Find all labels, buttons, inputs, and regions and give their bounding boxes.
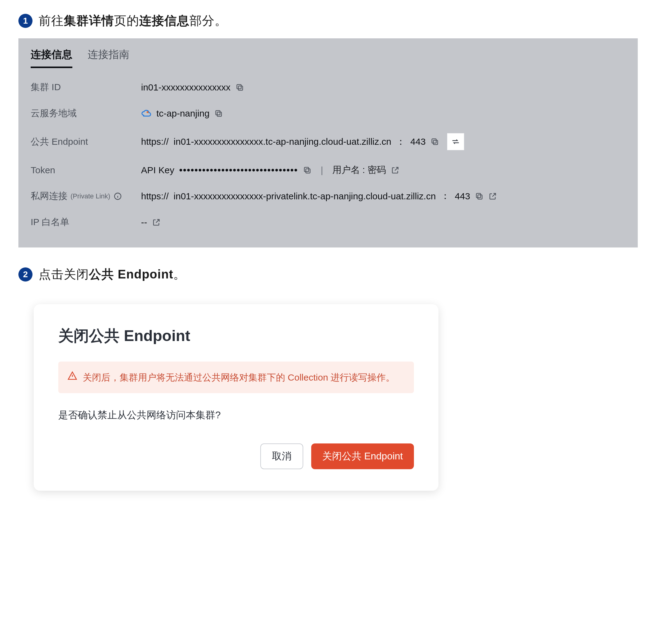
row-region: 云服务地域 tc-ap-nanjing xyxy=(31,100,626,127)
alert-text: 关闭后，集群用户将无法通过公共网络对集群下的 Collection 进行读写操作… xyxy=(83,370,395,385)
cancel-button[interactable]: 取消 xyxy=(260,443,303,469)
svg-point-2 xyxy=(146,111,148,113)
svg-rect-6 xyxy=(432,139,436,143)
endpoint-port: 443 xyxy=(410,136,426,147)
svg-rect-1 xyxy=(237,84,241,89)
svg-rect-4 xyxy=(216,110,220,115)
label-region: 云服务地域 xyxy=(31,107,141,120)
step-1-mid: 页的 xyxy=(114,14,139,27)
info-rows: 集群 ID in01-xxxxxxxxxxxxxxx 云服务地域 tc-ap-n… xyxy=(18,68,638,248)
user-pass-text: 用户名 : 密码 xyxy=(332,164,386,176)
external-link-icon[interactable] xyxy=(152,218,161,227)
copy-icon[interactable] xyxy=(475,192,484,201)
svg-rect-8 xyxy=(304,167,309,171)
api-key-masked: ••••••••••••••••••••••••••••••• xyxy=(179,165,298,176)
row-ip-whitelist: IP 白名单 -- xyxy=(31,209,626,235)
private-host: in01-xxxxxxxxxxxxxxx-privatelink.tc-ap-n… xyxy=(173,191,436,202)
step-2-badge: 2 xyxy=(18,268,32,281)
dialog-body: 是否确认禁止从公共网络访问本集群? xyxy=(58,409,414,422)
connection-panel: 连接信息 连接指南 集群 ID in01-xxxxxxxxxxxxxxx 云服务… xyxy=(18,38,638,248)
step-2-text: 点击关闭公共 Endpoint。 xyxy=(39,266,186,283)
endpoint-protocol: https:// xyxy=(141,136,169,147)
label-token: Token xyxy=(31,165,141,176)
svg-rect-3 xyxy=(217,112,222,116)
step-1-badge: 1 xyxy=(18,14,32,28)
step-1-text: 前往集群详情页的连接信息部分。 xyxy=(39,12,227,29)
swap-icon xyxy=(451,137,460,146)
private-port: 443 xyxy=(455,191,470,202)
dialog-title: 关闭公共 Endpoint xyxy=(58,326,414,346)
value-cluster-id: in01-xxxxxxxxxxxxxxx xyxy=(141,82,244,93)
svg-rect-7 xyxy=(306,169,310,173)
value-token: API Key ••••••••••••••••••••••••••••••• … xyxy=(141,164,399,176)
svg-rect-5 xyxy=(434,140,438,144)
private-colon: ： xyxy=(441,190,450,202)
external-link-icon[interactable] xyxy=(488,192,497,201)
label-cluster-id: 集群 ID xyxy=(31,81,141,94)
copy-icon[interactable] xyxy=(303,166,311,175)
svg-rect-0 xyxy=(238,86,242,90)
value-private-link: https:// in01-xxxxxxxxxxxxxxx-privatelin… xyxy=(141,190,497,202)
copy-icon[interactable] xyxy=(214,109,223,118)
copy-icon[interactable] xyxy=(235,83,244,92)
close-endpoint-dialog: 关闭公共 Endpoint 关闭后，集群用户将无法通过公共网络对集群下的 Col… xyxy=(34,304,439,491)
step-1-suffix: 部分。 xyxy=(189,14,227,27)
label-ip-whitelist: IP 白名单 xyxy=(31,216,141,228)
tab-connection-guide[interactable]: 连接指南 xyxy=(88,48,130,68)
step-2-prefix: 点击关闭 xyxy=(39,268,89,281)
svg-rect-11 xyxy=(476,193,481,198)
info-icon[interactable] xyxy=(113,192,122,201)
swap-button[interactable] xyxy=(447,133,464,150)
row-cluster-id: 集群 ID in01-xxxxxxxxxxxxxxx xyxy=(31,74,626,100)
value-region: tc-ap-nanjing xyxy=(141,108,223,119)
row-private-link: 私网连接 (Private Link) https:// in01-xxxxxx… xyxy=(31,183,626,209)
cluster-id-text: in01-xxxxxxxxxxxxxxx xyxy=(141,82,231,93)
region-text: tc-ap-nanjing xyxy=(156,108,209,119)
confirm-close-button[interactable]: 关闭公共 Endpoint xyxy=(311,443,414,469)
private-protocol: https:// xyxy=(141,191,169,202)
label-private-link: 私网连接 (Private Link) xyxy=(31,190,141,202)
api-key-label: API Key xyxy=(141,165,174,176)
private-link-sublabel: (Private Link) xyxy=(71,192,110,200)
row-token: Token API Key ••••••••••••••••••••••••••… xyxy=(31,157,626,183)
warning-icon xyxy=(67,371,77,381)
row-public-endpoint: 公共 Endpoint https:// in01-xxxxxxxxxxxxxx… xyxy=(31,127,626,157)
step-1-header: 1 前往集群详情页的连接信息部分。 xyxy=(18,12,636,29)
endpoint-colon: ： xyxy=(396,136,405,148)
tabs: 连接信息 连接指南 xyxy=(18,38,638,68)
step-2-header: 2 点击关闭公共 Endpoint。 xyxy=(18,266,636,283)
alert-box: 关闭后，集群用户将无法通过公共网络对集群下的 Collection 进行读写操作… xyxy=(58,362,414,393)
svg-rect-10 xyxy=(478,195,482,199)
step-1-prefix: 前往 xyxy=(39,14,64,27)
cloud-icon xyxy=(141,108,151,119)
endpoint-host: in01-xxxxxxxxxxxxxxx.tc-ap-nanjing.cloud… xyxy=(173,136,391,147)
step-2-bold: 公共 Endpoint xyxy=(89,268,173,281)
ip-whitelist-text: -- xyxy=(141,217,147,228)
step-2-suffix: 。 xyxy=(173,268,186,281)
label-public-endpoint: 公共 Endpoint xyxy=(31,136,141,148)
dialog-actions: 取消 关闭公共 Endpoint xyxy=(58,443,414,469)
value-ip-whitelist: -- xyxy=(141,217,161,228)
value-public-endpoint: https:// in01-xxxxxxxxxxxxxxx.tc-ap-nanj… xyxy=(141,133,464,150)
step-1-bold1: 集群详情 xyxy=(64,14,114,27)
separator: | xyxy=(317,165,327,176)
external-link-icon[interactable] xyxy=(391,166,399,175)
copy-icon[interactable] xyxy=(430,137,439,146)
step-1-bold2: 连接信息 xyxy=(139,14,189,27)
tab-connection-info[interactable]: 连接信息 xyxy=(31,48,72,68)
private-link-label-text: 私网连接 xyxy=(31,190,67,202)
